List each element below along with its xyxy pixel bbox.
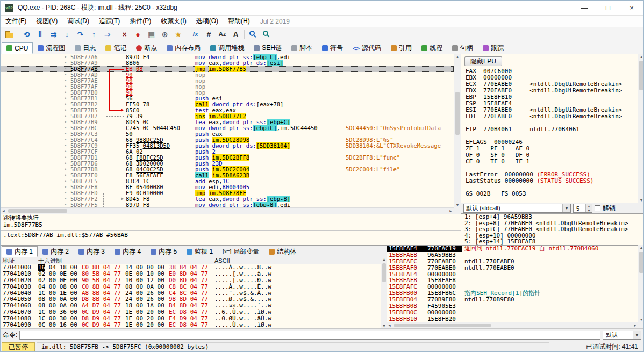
stack-comments-pane[interactable]: 返回到 ntdll.770EAC19 自 ntdll.770B4060 ntdl… xyxy=(462,245,638,322)
tab-threads[interactable]: 线程 xyxy=(417,42,447,54)
memory-dump-pane[interactable]: 地址 十六进制 ASCII 7704100016 04 18 00C0 8B 0… xyxy=(1,257,381,328)
unlock-checkbox[interactable]: 解锁 xyxy=(595,204,616,213)
arg-count-spinner[interactable]: 5 ▲▼ xyxy=(573,204,592,213)
arguments-pane[interactable]: 1: [esp+4] 96A59BB32: [esp+8] 770EABE0 <… xyxy=(461,214,644,245)
execute-till-return-icon[interactable]: ↑ xyxy=(87,28,101,40)
disasm-row[interactable]: •5D8F77B090nop xyxy=(1,90,454,96)
scroll-up-icon[interactable]: ▲ xyxy=(381,257,387,261)
codepage-icon[interactable]: A xyxy=(229,28,242,40)
chevron-down-icon[interactable]: ▼ xyxy=(633,331,641,339)
run-icon[interactable]: ⇉ xyxy=(47,28,60,40)
tab-memory-map[interactable]: 内存布局 xyxy=(162,42,205,54)
dump-row[interactable]: 770410900C 00 16 000C D9 04 771E 00 20 0… xyxy=(1,322,381,328)
tab-memory-1[interactable]: 内存 1 xyxy=(2,246,38,257)
maximize-button[interactable]: □ xyxy=(596,1,620,16)
tab-cpu[interactable]: CPU xyxy=(2,42,33,54)
tab-memory-3[interactable]: 内存 3 xyxy=(74,246,110,257)
strings-az-icon[interactable]: Az xyxy=(216,28,229,40)
scroll-left-icon[interactable]: ◄ xyxy=(2,209,5,213)
disasm-row[interactable]: •5D8F77AD90nop xyxy=(1,72,454,78)
tab-references[interactable]: 引用 xyxy=(386,42,417,54)
register-line[interactable]: EIP 770B4061 ntdll.770B4061 xyxy=(466,126,637,133)
hide-fpu-button[interactable]: 隐藏FPU xyxy=(464,56,502,66)
disasm-row[interactable]: •5D8F77D168 F8BFC25Dpush im.5DC2BFF85DC2… xyxy=(1,155,454,161)
tab-handles[interactable]: 句柄 xyxy=(447,42,478,54)
tab-memory-4[interactable]: 内存 4 xyxy=(110,246,146,257)
restart-icon[interactable]: ⟲ xyxy=(20,28,33,40)
scroll-up-icon[interactable]: ▲ xyxy=(638,246,644,249)
spinner-arrows-icon[interactable]: ▲▼ xyxy=(585,204,592,212)
command-input[interactable] xyxy=(19,331,600,340)
disasm-row[interactable]: •5D8F77ABEB 08jmp im.5D8F77B5 xyxy=(1,66,454,72)
close-process-icon[interactable]: × xyxy=(118,28,131,40)
tab-call-stack[interactable]: 调用堆栈 xyxy=(205,42,249,54)
stack-row[interactable]: 15E8FAF0770EABE0 xyxy=(387,265,462,271)
command-profile-select[interactable]: 默认 ▼ xyxy=(603,331,641,340)
tab-breakpoints[interactable]: 断点 xyxy=(131,42,162,54)
checkbox-icon[interactable] xyxy=(595,205,600,211)
scroll-thumb[interactable] xyxy=(394,324,491,327)
tab-memory-5[interactable]: 内存 5 xyxy=(146,246,182,257)
register-line[interactable]: LastStatus 00000000 (STATUS_SUCCESS) xyxy=(466,178,637,184)
menu-debug[interactable]: 调试(D) xyxy=(62,15,94,27)
tab-seh[interactable]: SEH链 xyxy=(249,42,287,54)
step-over-icon[interactable]: ↷ xyxy=(74,28,87,40)
argument-row[interactable]: 5: [esp+14] 15E8FAE8 xyxy=(461,239,644,245)
dump-row[interactable]: 7704101002 00 0E 0080 5B 04 770E 00 10 0… xyxy=(1,271,381,277)
scroll-thumb[interactable] xyxy=(639,252,643,273)
stack-row[interactable]: 15E8FB1015E8FB20 xyxy=(387,316,462,322)
pause-icon[interactable]: ‖ xyxy=(33,28,47,40)
tab-memory-2[interactable]: 内存 2 xyxy=(38,246,74,257)
menu-file[interactable]: 文件(F) xyxy=(1,15,31,27)
disassembly-pane[interactable]: •5D8F77A6897D F4mov dword ptr ss:[ebp-C]… xyxy=(1,54,454,207)
disasm-row[interactable]: •5D8F77AF90nop xyxy=(1,84,454,90)
register-line[interactable]: EDI 770EABE0 <ntdll.DbgUiRemoteBreakin> xyxy=(466,113,637,120)
stack-pane[interactable]: 15E8FAE4770EAC1915E8FAE896A59BB315E8FAEC… xyxy=(387,245,462,322)
find-pattern-icon[interactable] xyxy=(246,28,260,40)
registers-vscrollbar[interactable]: ▲ ▼ xyxy=(638,54,644,203)
favourites-star-icon[interactable]: ★ xyxy=(171,28,185,40)
minimize-button[interactable]: — xyxy=(573,1,596,16)
scroll-left-icon[interactable]: ◄ xyxy=(388,324,391,327)
tab-watch-1[interactable]: 监视 1 xyxy=(182,246,218,257)
registers-pane[interactable]: 隐藏FPU EAX 007C6000EBX 00000000ECX 770EAB… xyxy=(461,54,644,203)
tab-script[interactable]: 脚本 xyxy=(287,42,317,54)
label-hash-icon[interactable]: # xyxy=(202,28,216,40)
tab-locals[interactable]: [x=]局部变量 xyxy=(218,246,264,257)
dump-vscrollbar[interactable]: ▲ ▼ xyxy=(381,257,387,328)
patches-icon[interactable]: ▦ xyxy=(145,28,158,40)
argument-row[interactable]: 1: [esp+4] 96A59BB3 xyxy=(461,214,644,220)
dump-row[interactable]: 7704103004 00 08 00C0 8B 04 7708 00 0A 0… xyxy=(1,284,381,290)
tab-log[interactable]: 日志 xyxy=(70,42,101,54)
tab-struct[interactable]: 结构体 xyxy=(264,246,301,257)
scroll-thumb[interactable] xyxy=(8,209,67,213)
assemble-fx-icon[interactable]: fx xyxy=(189,28,202,40)
register-line[interactable]: GS 002B FS 0053 xyxy=(466,191,637,197)
scroll-down-icon[interactable]: ▼ xyxy=(638,318,644,321)
run-to-user-code-icon[interactable]: ⇒ xyxy=(101,28,114,40)
scroll-down-icon[interactable]: ▼ xyxy=(454,203,461,207)
stack-row[interactable]: 15E8FAE896A59BB3 xyxy=(387,252,462,258)
stack-row[interactable]: 15E8FAEC770EABE0 xyxy=(387,258,462,265)
scroll-thumb[interactable] xyxy=(382,263,386,282)
step-into-icon[interactable]: ↓ xyxy=(60,28,74,40)
menu-help[interactable]: 帮助(H) xyxy=(223,15,255,27)
chevron-down-icon[interactable]: ▼ xyxy=(562,204,570,212)
calling-convention-select[interactable]: 默认 (stdcall) ▼ xyxy=(463,204,571,213)
tab-trace[interactable]: 跟踪 xyxy=(478,42,509,54)
breakpoints-icon[interactable]: ● xyxy=(131,28,145,40)
stack-row[interactable]: 15E8FB0C00000000 xyxy=(387,310,462,316)
disasm-vscrollbar[interactable]: ▲ ▼ xyxy=(454,54,461,207)
menu-favourites[interactable]: 收藏夹(I) xyxy=(156,15,191,27)
scroll-thumb[interactable] xyxy=(639,61,643,90)
scroll-thumb[interactable] xyxy=(455,92,460,135)
tab-notes[interactable]: 笔记 xyxy=(101,42,131,54)
dump-row[interactable]: 7704102002 00 0E 0090 5B 04 7710 00 12 0… xyxy=(1,277,381,284)
close-button[interactable]: × xyxy=(620,1,643,16)
register-line[interactable]: CF 0 TF 0 IF 1 xyxy=(466,159,637,165)
scroll-down-icon[interactable]: ▼ xyxy=(638,198,644,202)
scroll-up-icon[interactable]: ▲ xyxy=(454,55,461,59)
disasm-row[interactable]: •5D8F77BCC745 0C 5044C45Dmov dword ptr s… xyxy=(1,125,454,131)
menu-trace[interactable]: 追踪(T) xyxy=(94,15,125,27)
disasm-row[interactable]: •5D8F77AE90nop xyxy=(1,78,454,84)
